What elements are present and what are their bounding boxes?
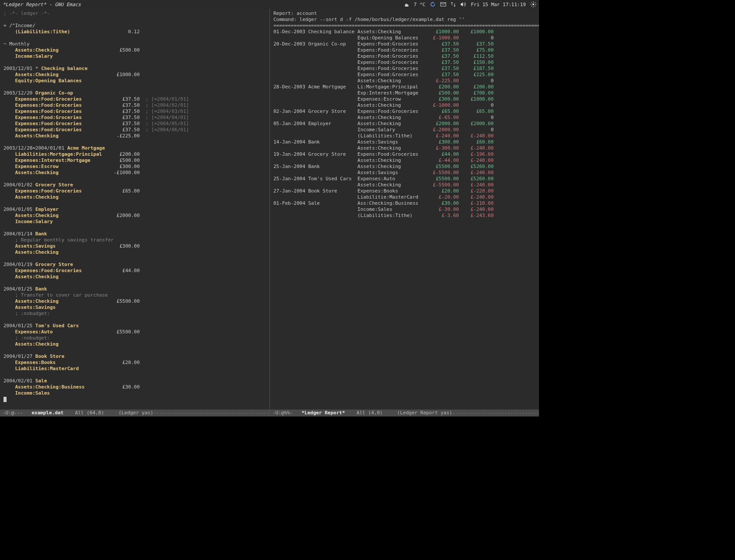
ledger-report-buffer[interactable]: Report: account Command: ledger --sort d… — [270, 9, 539, 410]
system-tray: 7 °C Fri 15 Mar 17:11:19 — [403, 1, 536, 7]
right-pane: Report: account Command: ledger --sort d… — [270, 9, 539, 416]
modeline-modes: (Ledger Report yas) — [397, 410, 452, 416]
modeline-buffer-name: example.dat — [32, 410, 63, 416]
network-icon[interactable] — [451, 2, 456, 7]
text-cursor — [4, 397, 7, 402]
modeline-modes: (Ledger yas) — [119, 410, 153, 416]
modeline-position: All (64,0) — [75, 410, 104, 416]
clock-text: Fri 15 Mar 17:11:19 — [471, 2, 526, 7]
volume-icon[interactable] — [460, 2, 466, 7]
weather-icon — [403, 2, 410, 7]
right-modeline: -U:@%%- *Ledger Report* All (4,0) (Ledge… — [270, 410, 539, 416]
window-title: *Ledger Report* - GNU Emacs — [3, 2, 81, 7]
ledger-source-buffer[interactable]: ; -*- ledger -*- = /^Income/ (Liabilitie… — [0, 9, 270, 410]
modeline-fill: ----------------------------------------… — [452, 410, 539, 416]
refresh-icon[interactable] — [430, 1, 436, 7]
modeline-prefix: -U:@%%- — [273, 410, 293, 416]
left-pane: ; -*- ledger -*- = /^Income/ (Liabilitie… — [0, 9, 270, 416]
modeline-prefix: -U:@--- — [3, 410, 23, 416]
modeline-buffer-name: *Ledger Report* — [301, 410, 345, 416]
weather-text: 7 °C — [414, 2, 426, 7]
mail-icon[interactable] — [440, 2, 446, 7]
svg-point-1 — [532, 4, 534, 5]
emacs-frame: ; -*- ledger -*- = /^Income/ (Liabilitie… — [0, 9, 539, 416]
window-titlebar: *Ledger Report* - GNU Emacs 7 °C Fri 15 … — [0, 0, 539, 9]
modeline-position: All (4,0) — [357, 410, 383, 416]
settings-gear-icon[interactable] — [530, 1, 536, 7]
modeline-fill: ----------------------------------------… — [153, 410, 270, 416]
left-modeline: -U:@--- example.dat All (64,0) (Ledger y… — [0, 410, 270, 416]
